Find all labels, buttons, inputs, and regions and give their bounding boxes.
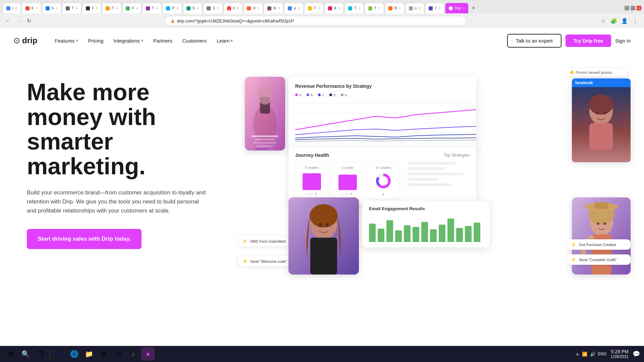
minimize-button[interactable]: ─: [625, 6, 629, 10]
svg-rect-15: [589, 123, 613, 150]
purchase-card: ⚡ 2nd Purchase Created: [567, 239, 631, 250]
arrow-down-1: ─── ▼: [334, 192, 361, 196]
welcome-label: Send "Welcome code": [250, 259, 287, 263]
tab-1[interactable]: t×: [3, 3, 21, 13]
welcome-lightning-icon: ⚡: [242, 259, 248, 264]
new-tab-button[interactable]: +: [469, 5, 478, 12]
nav-links: Features ▾ Pricing Integrations ▾ Partne…: [51, 35, 507, 46]
signin-button[interactable]: Sign in: [615, 38, 631, 44]
svg-rect-8: [255, 148, 268, 150]
tab-16[interactable]: T×: [304, 3, 324, 13]
bar-9: [439, 225, 445, 242]
revenue-title: Revenue Performance by Strategy: [295, 83, 470, 89]
arrow-down-0: ─── ▼: [298, 192, 325, 196]
tab-8[interactable]: T×: [142, 3, 162, 13]
tab-2[interactable]: K×: [22, 3, 42, 13]
journey-col-1: 1 order ─── ▼: [331, 162, 364, 199]
journey-bar-0: [303, 173, 321, 190]
tab-5[interactable]: F×: [82, 3, 102, 13]
maximize-button[interactable]: □: [631, 6, 635, 10]
extensions-icon[interactable]: 🧩: [609, 16, 619, 25]
legend-1: a: [295, 93, 301, 97]
legend-2: b: [307, 93, 313, 97]
menu-icon[interactable]: ⋮: [631, 16, 640, 25]
tab-11[interactable]: S×: [203, 3, 223, 13]
tab-18[interactable]: T×: [344, 3, 364, 13]
tab-6[interactable]: T×: [102, 3, 121, 13]
nav-integrations[interactable]: Integrations ▾: [109, 35, 147, 46]
profile-icon[interactable]: 👤: [620, 16, 629, 25]
journey-title: Journey Health: [295, 153, 329, 158]
logo-icon: ⊙: [13, 36, 20, 45]
tab-7[interactable]: F×: [122, 3, 142, 13]
bar-13: [474, 223, 480, 242]
tab-9[interactable]: P×: [162, 3, 182, 13]
features-caret: ▾: [76, 39, 78, 43]
hero-dashboard: Revenue Performance by Strategy a b c d …: [248, 73, 631, 268]
tab-17[interactable]: A×: [324, 3, 344, 13]
tab-15[interactable]: p×: [284, 3, 303, 13]
bar-5: [404, 225, 411, 242]
pink-model-svg: [245, 77, 285, 150]
talk-expert-button[interactable]: Talk to an expert: [507, 34, 561, 48]
legend: a b c d e: [295, 93, 470, 97]
bar-7: [421, 222, 428, 242]
revenue-svg: [295, 100, 476, 143]
complete-card: ⚡ Send "Complete Outfit": [567, 254, 631, 265]
customers-label: Customers: [182, 38, 207, 44]
back-button[interactable]: ←: [4, 16, 12, 25]
journey-bar-1: [338, 175, 357, 190]
tab-20[interactable]: B×: [385, 3, 405, 13]
svg-rect-7: [257, 145, 273, 147]
svg-point-17: [596, 112, 598, 114]
journey-col-2: 2+ orders ▲: [367, 162, 400, 199]
forward-button[interactable]: →: [15, 16, 23, 25]
close-button[interactable]: ×: [637, 6, 641, 10]
purchase-label: 2nd Purchase Created: [579, 243, 616, 247]
tab-21[interactable]: n×: [405, 3, 424, 13]
bar-chart: [369, 215, 483, 242]
tab-14[interactable]: N×: [264, 3, 283, 13]
browser-window: t× K× b× T× F× T× F× T× P× S× S× h× H× N…: [0, 0, 644, 28]
sms-lightning-icon: ⚡: [242, 239, 248, 244]
window-controls: ─ □ ×: [625, 6, 644, 10]
tab-13[interactable]: H×: [243, 3, 263, 13]
email-engagement-title: Email Engagement Results: [369, 206, 483, 211]
tab-12[interactable]: h×: [223, 3, 243, 13]
nav-pricing[interactable]: Pricing: [84, 35, 108, 46]
legend-4: d: [329, 93, 335, 97]
complete-label: Send "Complete Outfit": [579, 258, 617, 262]
svg-point-3: [258, 86, 272, 105]
tab-10[interactable]: S×: [183, 3, 203, 13]
refresh-button[interactable]: ↻: [25, 16, 33, 25]
tab-4[interactable]: T×: [62, 3, 82, 13]
tab-19[interactable]: T×: [365, 3, 384, 13]
svg-point-34: [597, 222, 599, 225]
legend-5: e: [341, 93, 347, 97]
nav-partners[interactable]: Partners: [149, 35, 176, 46]
tab-drip-active[interactable]: Drip ×: [445, 3, 469, 13]
badge-card: Person viewed jackets: [567, 68, 627, 76]
nav-customers[interactable]: Customers: [178, 35, 211, 46]
line-chart: [295, 100, 470, 146]
svg-point-24: [310, 204, 338, 228]
top-strategies-title: Top Strategies: [444, 153, 470, 158]
nav-learn[interactable]: Learn ▾: [213, 35, 237, 46]
tab-22[interactable]: 7×: [425, 3, 444, 13]
svg-rect-4: [252, 135, 278, 137]
cta-button[interactable]: Start driving sales with Drip today.: [27, 229, 142, 249]
learn-caret: ▾: [231, 39, 233, 43]
bookmark-star-icon[interactable]: ☆: [598, 16, 608, 25]
logo[interactable]: ⊙ drip: [13, 36, 37, 45]
nav-features[interactable]: Features ▾: [51, 35, 82, 46]
url-bar[interactable]: 🔒 drip.com/?gspk=U3llZEJhbGtoaQ==&gsxid=…: [165, 16, 467, 26]
bar-11: [456, 228, 463, 242]
try-free-button[interactable]: Try Drip free: [566, 35, 611, 47]
bar-2: [378, 229, 384, 242]
left-model-svg: [288, 197, 359, 275]
bar-4: [395, 230, 402, 242]
tab-3[interactable]: b×: [42, 3, 61, 13]
fb-model-svg: [572, 89, 631, 160]
orders-1-label: 1 order: [334, 166, 361, 170]
facebook-model-image: [572, 87, 631, 162]
